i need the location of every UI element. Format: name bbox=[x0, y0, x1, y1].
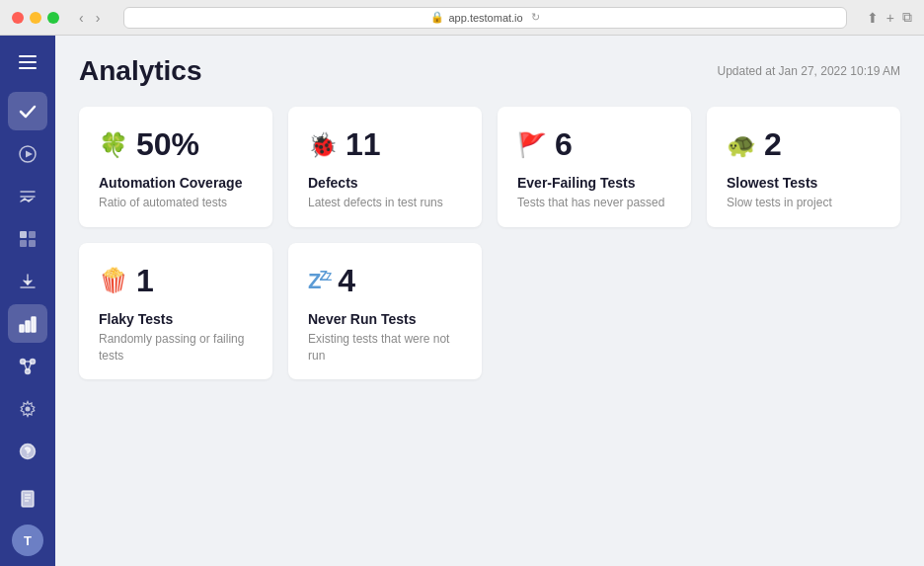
menu-toggle-button[interactable] bbox=[11, 45, 44, 82]
svg-rect-1 bbox=[19, 61, 37, 63]
svg-line-21 bbox=[29, 363, 32, 369]
sidebar-item-help[interactable] bbox=[8, 432, 47, 471]
sidebar-item-tests[interactable] bbox=[8, 92, 47, 130]
card-automation-coverage[interactable]: 🍀 50% Automation Coverage Ratio of autom… bbox=[79, 107, 272, 227]
flaky-value: 1 bbox=[136, 263, 154, 299]
defects-subtitle: Latest defects in test runs bbox=[308, 195, 462, 211]
traffic-lights bbox=[12, 12, 59, 24]
card-slowest-tests[interactable]: 🐢 2 Slowest Tests Slow tests in project bbox=[707, 107, 900, 227]
cards-row-1: 🍀 50% Automation Coverage Ratio of autom… bbox=[79, 107, 900, 227]
avatar[interactable]: T bbox=[12, 525, 43, 556]
defects-title: Defects bbox=[308, 175, 462, 191]
sidebar: T bbox=[0, 36, 55, 566]
card-top-automation: 🍀 50% bbox=[99, 126, 253, 163]
back-button[interactable]: ‹ bbox=[75, 8, 88, 28]
card-never-run[interactable]: ZZZ 4 Never Run Tests Existing tests tha… bbox=[288, 243, 482, 380]
defects-emoji: 🐞 bbox=[308, 133, 338, 157]
close-button[interactable] bbox=[12, 12, 24, 24]
share-icon[interactable]: ⬆ bbox=[867, 10, 879, 26]
page-header: Analytics Updated at Jan 27, 2022 10:19 … bbox=[79, 55, 900, 87]
sidebar-item-settings[interactable] bbox=[8, 389, 47, 428]
page-title: Analytics bbox=[79, 55, 202, 87]
defects-value: 11 bbox=[346, 126, 381, 163]
ever-failing-title: Ever-Failing Tests bbox=[517, 175, 671, 191]
card-top-slowest: 🐢 2 bbox=[727, 126, 881, 163]
card-top-ever-failing: 🚩 6 bbox=[517, 126, 671, 163]
ever-failing-subtitle: Tests that has never passed bbox=[517, 195, 671, 211]
add-tab-icon[interactable]: + bbox=[886, 10, 894, 26]
cards-row-2: 🍿 1 Flaky Tests Randomly passing or fail… bbox=[79, 243, 900, 380]
fullscreen-button[interactable] bbox=[47, 12, 59, 24]
automation-value: 50% bbox=[136, 126, 199, 163]
automation-subtitle: Ratio of automated tests bbox=[99, 195, 253, 211]
flaky-subtitle: Randomly passing or failing tests bbox=[99, 331, 253, 364]
main-content: Analytics Updated at Jan 27, 2022 10:19 … bbox=[55, 36, 924, 566]
sidebar-bottom: T bbox=[8, 430, 47, 556]
svg-point-24 bbox=[27, 455, 28, 456]
updated-timestamp: Updated at Jan 27, 2022 10:19 AM bbox=[718, 64, 900, 78]
card-top-never-run: ZZZ 4 bbox=[308, 263, 462, 299]
sidebar-item-integrations[interactable] bbox=[8, 347, 47, 385]
svg-rect-10 bbox=[29, 240, 36, 247]
sidebar-item-import[interactable] bbox=[8, 262, 47, 300]
browser-actions: ⬆ + ⧉ bbox=[867, 9, 912, 26]
sidebar-item-analytics[interactable] bbox=[8, 304, 47, 343]
automation-emoji: 🍀 bbox=[99, 133, 128, 157]
sidebar-item-docs[interactable] bbox=[8, 479, 47, 519]
svg-rect-0 bbox=[19, 55, 37, 57]
svg-rect-9 bbox=[20, 240, 27, 247]
slowest-value: 2 bbox=[764, 126, 782, 163]
tabs-icon[interactable]: ⧉ bbox=[902, 9, 912, 26]
sidebar-item-suites[interactable] bbox=[8, 177, 47, 215]
svg-marker-4 bbox=[26, 150, 33, 157]
never-run-value: 4 bbox=[338, 263, 355, 299]
svg-rect-8 bbox=[29, 231, 36, 238]
flaky-emoji: 🍿 bbox=[99, 269, 128, 292]
slowest-title: Slowest Tests bbox=[727, 175, 881, 191]
sidebar-item-environments[interactable] bbox=[8, 219, 47, 258]
svg-rect-25 bbox=[22, 491, 34, 507]
flaky-title: Flaky Tests bbox=[99, 311, 253, 327]
slowest-subtitle: Slow tests in project bbox=[727, 195, 881, 211]
card-ever-failing[interactable]: 🚩 6 Ever-Failing Tests Tests that has ne… bbox=[498, 107, 691, 227]
svg-rect-7 bbox=[20, 231, 27, 238]
svg-point-22 bbox=[26, 406, 31, 411]
app-container: T Analytics Updated at Jan 27, 2022 10:1… bbox=[0, 36, 924, 566]
reload-icon: ↻ bbox=[531, 11, 540, 24]
url-text: app.testomat.io bbox=[448, 12, 522, 24]
minimize-button[interactable] bbox=[30, 12, 41, 24]
never-run-title: Never Run Tests bbox=[308, 311, 462, 327]
lock-icon: 🔒 bbox=[430, 11, 444, 24]
automation-title: Automation Coverage bbox=[99, 175, 253, 191]
never-run-subtitle: Existing tests that were not run bbox=[308, 331, 462, 364]
ever-failing-value: 6 bbox=[555, 126, 573, 163]
slowest-emoji: 🐢 bbox=[727, 133, 756, 157]
svg-rect-13 bbox=[20, 325, 24, 332]
card-flaky-tests[interactable]: 🍿 1 Flaky Tests Randomly passing or fail… bbox=[79, 243, 272, 380]
browser-chrome: ‹ › 🔒 app.testomat.io ↻ ⬆ + ⧉ bbox=[0, 0, 924, 36]
address-bar[interactable]: 🔒 app.testomat.io ↻ bbox=[123, 7, 846, 29]
sidebar-item-runs[interactable] bbox=[8, 134, 47, 173]
svg-rect-2 bbox=[19, 67, 37, 69]
ever-failing-emoji: 🚩 bbox=[517, 133, 547, 157]
svg-line-20 bbox=[25, 363, 28, 369]
svg-point-18 bbox=[26, 368, 31, 373]
never-run-emoji: ZZZ bbox=[308, 269, 330, 292]
browser-nav: ‹ › bbox=[75, 8, 104, 28]
svg-rect-15 bbox=[32, 317, 36, 332]
svg-rect-14 bbox=[26, 321, 30, 332]
card-top-flaky: 🍿 1 bbox=[99, 263, 253, 299]
card-defects[interactable]: 🐞 11 Defects Latest defects in test runs bbox=[288, 107, 482, 227]
card-top-defects: 🐞 11 bbox=[308, 126, 462, 163]
forward-button[interactable]: › bbox=[92, 8, 105, 28]
